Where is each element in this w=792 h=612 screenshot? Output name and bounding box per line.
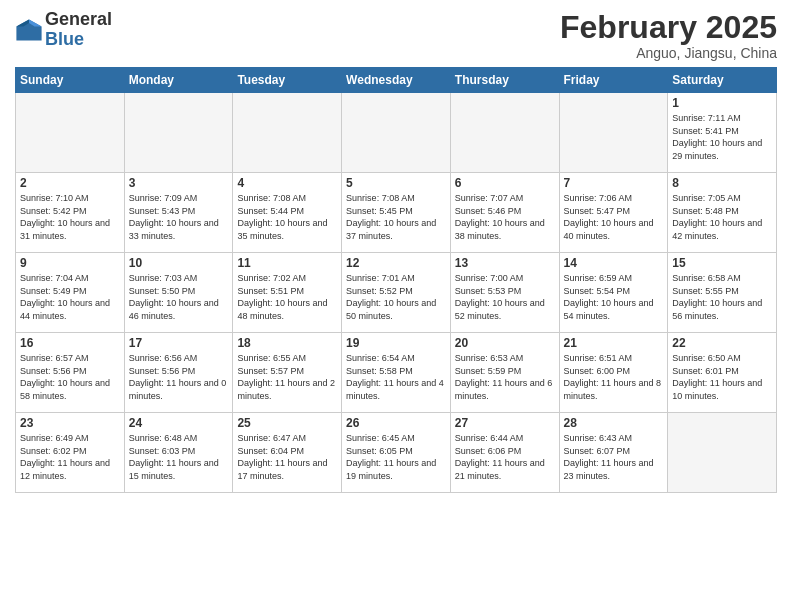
day-number: 26 bbox=[346, 416, 446, 430]
week-row-3: 16Sunrise: 6:57 AM Sunset: 5:56 PM Dayli… bbox=[16, 333, 777, 413]
day-info: Sunrise: 7:10 AM Sunset: 5:42 PM Dayligh… bbox=[20, 192, 120, 242]
week-row-4: 23Sunrise: 6:49 AM Sunset: 6:02 PM Dayli… bbox=[16, 413, 777, 493]
day-number: 2 bbox=[20, 176, 120, 190]
col-sunday: Sunday bbox=[16, 68, 125, 93]
day-info: Sunrise: 7:06 AM Sunset: 5:47 PM Dayligh… bbox=[564, 192, 664, 242]
day-cell: 7Sunrise: 7:06 AM Sunset: 5:47 PM Daylig… bbox=[559, 173, 668, 253]
col-monday: Monday bbox=[124, 68, 233, 93]
day-cell: 6Sunrise: 7:07 AM Sunset: 5:46 PM Daylig… bbox=[450, 173, 559, 253]
day-number: 1 bbox=[672, 96, 772, 110]
day-cell: 15Sunrise: 6:58 AM Sunset: 5:55 PM Dayli… bbox=[668, 253, 777, 333]
logo: General Blue bbox=[15, 10, 112, 50]
calendar-table: Sunday Monday Tuesday Wednesday Thursday… bbox=[15, 67, 777, 493]
day-cell: 17Sunrise: 6:56 AM Sunset: 5:56 PM Dayli… bbox=[124, 333, 233, 413]
title-block: February 2025 Anguo, Jiangsu, China bbox=[560, 10, 777, 61]
day-cell: 11Sunrise: 7:02 AM Sunset: 5:51 PM Dayli… bbox=[233, 253, 342, 333]
day-info: Sunrise: 7:08 AM Sunset: 5:45 PM Dayligh… bbox=[346, 192, 446, 242]
week-row-1: 2Sunrise: 7:10 AM Sunset: 5:42 PM Daylig… bbox=[16, 173, 777, 253]
day-info: Sunrise: 7:05 AM Sunset: 5:48 PM Dayligh… bbox=[672, 192, 772, 242]
col-friday: Friday bbox=[559, 68, 668, 93]
day-number: 6 bbox=[455, 176, 555, 190]
day-info: Sunrise: 6:55 AM Sunset: 5:57 PM Dayligh… bbox=[237, 352, 337, 402]
day-cell bbox=[668, 413, 777, 493]
day-number: 4 bbox=[237, 176, 337, 190]
day-number: 9 bbox=[20, 256, 120, 270]
day-number: 11 bbox=[237, 256, 337, 270]
logo-general-text: General bbox=[45, 10, 112, 30]
day-info: Sunrise: 6:54 AM Sunset: 5:58 PM Dayligh… bbox=[346, 352, 446, 402]
day-info: Sunrise: 6:57 AM Sunset: 5:56 PM Dayligh… bbox=[20, 352, 120, 402]
week-row-2: 9Sunrise: 7:04 AM Sunset: 5:49 PM Daylig… bbox=[16, 253, 777, 333]
day-number: 16 bbox=[20, 336, 120, 350]
day-info: Sunrise: 7:03 AM Sunset: 5:50 PM Dayligh… bbox=[129, 272, 229, 322]
day-cell: 9Sunrise: 7:04 AM Sunset: 5:49 PM Daylig… bbox=[16, 253, 125, 333]
day-cell: 5Sunrise: 7:08 AM Sunset: 5:45 PM Daylig… bbox=[342, 173, 451, 253]
day-number: 14 bbox=[564, 256, 664, 270]
logo-blue-text: Blue bbox=[45, 30, 112, 50]
col-wednesday: Wednesday bbox=[342, 68, 451, 93]
col-saturday: Saturday bbox=[668, 68, 777, 93]
day-info: Sunrise: 6:43 AM Sunset: 6:07 PM Dayligh… bbox=[564, 432, 664, 482]
day-info: Sunrise: 7:09 AM Sunset: 5:43 PM Dayligh… bbox=[129, 192, 229, 242]
day-number: 17 bbox=[129, 336, 229, 350]
day-number: 3 bbox=[129, 176, 229, 190]
day-info: Sunrise: 6:56 AM Sunset: 5:56 PM Dayligh… bbox=[129, 352, 229, 402]
month-title: February 2025 bbox=[560, 10, 777, 45]
page: General Blue February 2025 Anguo, Jiangs… bbox=[0, 0, 792, 612]
day-info: Sunrise: 6:51 AM Sunset: 6:00 PM Dayligh… bbox=[564, 352, 664, 402]
day-number: 24 bbox=[129, 416, 229, 430]
day-cell: 25Sunrise: 6:47 AM Sunset: 6:04 PM Dayli… bbox=[233, 413, 342, 493]
day-cell bbox=[342, 93, 451, 173]
day-cell: 26Sunrise: 6:45 AM Sunset: 6:05 PM Dayli… bbox=[342, 413, 451, 493]
day-info: Sunrise: 6:45 AM Sunset: 6:05 PM Dayligh… bbox=[346, 432, 446, 482]
day-info: Sunrise: 7:04 AM Sunset: 5:49 PM Dayligh… bbox=[20, 272, 120, 322]
day-number: 22 bbox=[672, 336, 772, 350]
day-info: Sunrise: 7:07 AM Sunset: 5:46 PM Dayligh… bbox=[455, 192, 555, 242]
day-cell: 14Sunrise: 6:59 AM Sunset: 5:54 PM Dayli… bbox=[559, 253, 668, 333]
day-cell: 3Sunrise: 7:09 AM Sunset: 5:43 PM Daylig… bbox=[124, 173, 233, 253]
day-cell bbox=[16, 93, 125, 173]
day-number: 18 bbox=[237, 336, 337, 350]
day-info: Sunrise: 6:59 AM Sunset: 5:54 PM Dayligh… bbox=[564, 272, 664, 322]
day-number: 28 bbox=[564, 416, 664, 430]
day-cell: 22Sunrise: 6:50 AM Sunset: 6:01 PM Dayli… bbox=[668, 333, 777, 413]
logo-icon bbox=[15, 16, 43, 44]
day-info: Sunrise: 6:49 AM Sunset: 6:02 PM Dayligh… bbox=[20, 432, 120, 482]
day-cell: 10Sunrise: 7:03 AM Sunset: 5:50 PM Dayli… bbox=[124, 253, 233, 333]
week-row-0: 1Sunrise: 7:11 AM Sunset: 5:41 PM Daylig… bbox=[16, 93, 777, 173]
day-cell bbox=[233, 93, 342, 173]
day-info: Sunrise: 6:58 AM Sunset: 5:55 PM Dayligh… bbox=[672, 272, 772, 322]
day-cell: 28Sunrise: 6:43 AM Sunset: 6:07 PM Dayli… bbox=[559, 413, 668, 493]
logo-text: General Blue bbox=[45, 10, 112, 50]
day-info: Sunrise: 7:02 AM Sunset: 5:51 PM Dayligh… bbox=[237, 272, 337, 322]
day-cell bbox=[124, 93, 233, 173]
day-cell: 12Sunrise: 7:01 AM Sunset: 5:52 PM Dayli… bbox=[342, 253, 451, 333]
day-cell: 8Sunrise: 7:05 AM Sunset: 5:48 PM Daylig… bbox=[668, 173, 777, 253]
day-number: 7 bbox=[564, 176, 664, 190]
day-number: 10 bbox=[129, 256, 229, 270]
day-cell: 24Sunrise: 6:48 AM Sunset: 6:03 PM Dayli… bbox=[124, 413, 233, 493]
day-number: 12 bbox=[346, 256, 446, 270]
day-number: 20 bbox=[455, 336, 555, 350]
day-cell: 18Sunrise: 6:55 AM Sunset: 5:57 PM Dayli… bbox=[233, 333, 342, 413]
day-number: 23 bbox=[20, 416, 120, 430]
day-number: 8 bbox=[672, 176, 772, 190]
day-number: 21 bbox=[564, 336, 664, 350]
day-cell: 16Sunrise: 6:57 AM Sunset: 5:56 PM Dayli… bbox=[16, 333, 125, 413]
day-cell: 27Sunrise: 6:44 AM Sunset: 6:06 PM Dayli… bbox=[450, 413, 559, 493]
day-cell: 23Sunrise: 6:49 AM Sunset: 6:02 PM Dayli… bbox=[16, 413, 125, 493]
col-thursday: Thursday bbox=[450, 68, 559, 93]
day-info: Sunrise: 7:00 AM Sunset: 5:53 PM Dayligh… bbox=[455, 272, 555, 322]
day-cell bbox=[450, 93, 559, 173]
header: General Blue February 2025 Anguo, Jiangs… bbox=[15, 10, 777, 61]
day-number: 19 bbox=[346, 336, 446, 350]
day-info: Sunrise: 7:08 AM Sunset: 5:44 PM Dayligh… bbox=[237, 192, 337, 242]
day-cell: 19Sunrise: 6:54 AM Sunset: 5:58 PM Dayli… bbox=[342, 333, 451, 413]
day-info: Sunrise: 6:47 AM Sunset: 6:04 PM Dayligh… bbox=[237, 432, 337, 482]
day-cell: 4Sunrise: 7:08 AM Sunset: 5:44 PM Daylig… bbox=[233, 173, 342, 253]
day-info: Sunrise: 7:11 AM Sunset: 5:41 PM Dayligh… bbox=[672, 112, 772, 162]
day-cell: 21Sunrise: 6:51 AM Sunset: 6:00 PM Dayli… bbox=[559, 333, 668, 413]
day-number: 5 bbox=[346, 176, 446, 190]
location: Anguo, Jiangsu, China bbox=[560, 45, 777, 61]
day-info: Sunrise: 7:01 AM Sunset: 5:52 PM Dayligh… bbox=[346, 272, 446, 322]
